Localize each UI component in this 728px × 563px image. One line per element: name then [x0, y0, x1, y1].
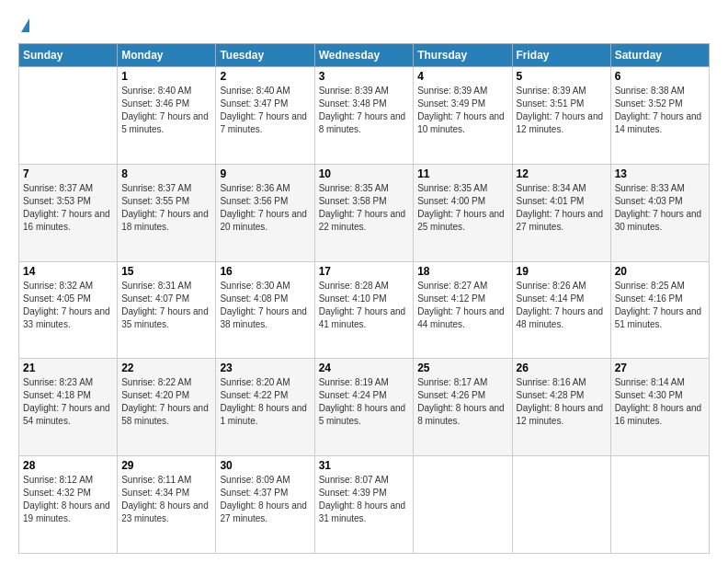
day-number: 18	[417, 265, 507, 278]
day-detail: Sunrise: 8:27 AM Sunset: 4:12 PM Dayligh…	[417, 280, 507, 331]
calendar-cell: 5Sunrise: 8:39 AM Sunset: 3:51 PM Daylig…	[512, 67, 610, 165]
weekday-header-monday: Monday	[118, 44, 216, 67]
day-detail: Sunrise: 8:19 AM Sunset: 4:24 PM Dayligh…	[319, 376, 410, 428]
calendar-cell: 24Sunrise: 8:19 AM Sunset: 4:24 PM Dayli…	[314, 359, 414, 456]
calendar-cell: 10Sunrise: 8:35 AM Sunset: 3:58 PM Dayli…	[314, 164, 414, 261]
day-number: 1	[121, 70, 211, 83]
calendar-cell: 16Sunrise: 8:30 AM Sunset: 4:08 PM Dayli…	[216, 261, 314, 359]
day-detail: Sunrise: 8:39 AM Sunset: 3:48 PM Dayligh…	[319, 85, 410, 136]
weekday-header-sunday: Sunday	[19, 44, 118, 67]
day-number: 28	[23, 459, 113, 472]
calendar-cell: 8Sunrise: 8:37 AM Sunset: 3:55 PM Daylig…	[118, 164, 216, 261]
calendar-cell: 12Sunrise: 8:34 AM Sunset: 4:01 PM Dayli…	[512, 164, 610, 261]
calendar-cell: 6Sunrise: 8:38 AM Sunset: 3:52 PM Daylig…	[610, 67, 709, 165]
day-detail: Sunrise: 8:36 AM Sunset: 3:56 PM Dayligh…	[220, 182, 310, 234]
calendar-cell: 26Sunrise: 8:16 AM Sunset: 4:28 PM Dayli…	[512, 359, 610, 456]
day-number: 4	[417, 70, 507, 83]
calendar-cell	[610, 456, 709, 554]
day-number: 21	[23, 362, 113, 374]
day-number: 27	[615, 362, 705, 374]
day-detail: Sunrise: 8:16 AM Sunset: 4:28 PM Dayligh…	[517, 376, 607, 428]
day-number: 3	[319, 70, 410, 83]
calendar-cell: 29Sunrise: 8:11 AM Sunset: 4:34 PM Dayli…	[118, 456, 216, 554]
weekday-header-tuesday: Tuesday	[216, 44, 314, 67]
calendar-cell: 2Sunrise: 8:40 AM Sunset: 3:47 PM Daylig…	[216, 67, 314, 165]
calendar-cell: 20Sunrise: 8:25 AM Sunset: 4:16 PM Dayli…	[610, 261, 709, 359]
week-row-5: 28Sunrise: 8:12 AM Sunset: 4:32 PM Dayli…	[19, 456, 710, 554]
day-detail: Sunrise: 8:30 AM Sunset: 4:08 PM Dayligh…	[220, 280, 310, 331]
day-number: 30	[220, 459, 310, 472]
day-detail: Sunrise: 8:39 AM Sunset: 3:49 PM Dayligh…	[417, 85, 507, 136]
calendar-cell: 14Sunrise: 8:32 AM Sunset: 4:05 PM Dayli…	[19, 261, 118, 359]
calendar-cell: 1Sunrise: 8:40 AM Sunset: 3:46 PM Daylig…	[118, 67, 216, 165]
day-detail: Sunrise: 8:32 AM Sunset: 4:05 PM Dayligh…	[23, 280, 113, 331]
week-row-1: 1Sunrise: 8:40 AM Sunset: 3:46 PM Daylig…	[19, 67, 710, 165]
day-detail: Sunrise: 8:28 AM Sunset: 4:10 PM Dayligh…	[319, 280, 410, 331]
day-number: 26	[517, 362, 607, 374]
day-detail: Sunrise: 8:40 AM Sunset: 3:47 PM Dayligh…	[220, 85, 310, 136]
logo	[18, 18, 29, 32]
day-number: 9	[220, 167, 310, 180]
calendar-cell: 18Sunrise: 8:27 AM Sunset: 4:12 PM Dayli…	[414, 261, 512, 359]
day-detail: Sunrise: 8:17 AM Sunset: 4:26 PM Dayligh…	[417, 376, 507, 428]
day-number: 20	[615, 265, 705, 278]
day-number: 19	[517, 265, 607, 278]
logo-triangle-icon	[21, 18, 29, 32]
calendar-cell: 30Sunrise: 8:09 AM Sunset: 4:37 PM Dayli…	[216, 456, 314, 554]
day-detail: Sunrise: 8:25 AM Sunset: 4:16 PM Dayligh…	[615, 280, 705, 331]
calendar-cell: 7Sunrise: 8:37 AM Sunset: 3:53 PM Daylig…	[19, 164, 118, 261]
day-number: 13	[615, 167, 705, 180]
calendar-cell: 9Sunrise: 8:36 AM Sunset: 3:56 PM Daylig…	[216, 164, 314, 261]
weekday-header-saturday: Saturday	[610, 44, 709, 67]
day-detail: Sunrise: 8:09 AM Sunset: 4:37 PM Dayligh…	[220, 474, 310, 525]
day-detail: Sunrise: 8:12 AM Sunset: 4:32 PM Dayligh…	[23, 474, 113, 525]
day-number: 10	[319, 167, 410, 180]
day-number: 17	[319, 265, 410, 278]
day-detail: Sunrise: 8:34 AM Sunset: 4:01 PM Dayligh…	[517, 182, 607, 234]
day-number: 11	[417, 167, 507, 180]
week-row-2: 7Sunrise: 8:37 AM Sunset: 3:53 PM Daylig…	[19, 164, 710, 261]
day-number: 16	[220, 265, 310, 278]
calendar-cell: 4Sunrise: 8:39 AM Sunset: 3:49 PM Daylig…	[414, 67, 512, 165]
day-detail: Sunrise: 8:33 AM Sunset: 4:03 PM Dayligh…	[615, 182, 705, 234]
day-number: 25	[417, 362, 507, 374]
weekday-header-friday: Friday	[512, 44, 610, 67]
week-row-3: 14Sunrise: 8:32 AM Sunset: 4:05 PM Dayli…	[19, 261, 710, 359]
calendar-cell: 22Sunrise: 8:22 AM Sunset: 4:20 PM Dayli…	[118, 359, 216, 456]
day-number: 23	[220, 362, 310, 374]
day-detail: Sunrise: 8:39 AM Sunset: 3:51 PM Dayligh…	[517, 85, 607, 136]
day-detail: Sunrise: 8:07 AM Sunset: 4:39 PM Dayligh…	[319, 474, 410, 525]
day-number: 15	[121, 265, 211, 278]
day-number: 6	[615, 70, 705, 83]
calendar-cell: 11Sunrise: 8:35 AM Sunset: 4:00 PM Dayli…	[414, 164, 512, 261]
day-detail: Sunrise: 8:11 AM Sunset: 4:34 PM Dayligh…	[121, 474, 211, 525]
calendar-cell: 13Sunrise: 8:33 AM Sunset: 4:03 PM Dayli…	[610, 164, 709, 261]
calendar-cell: 23Sunrise: 8:20 AM Sunset: 4:22 PM Dayli…	[216, 359, 314, 456]
day-detail: Sunrise: 8:35 AM Sunset: 4:00 PM Dayligh…	[417, 182, 507, 234]
calendar-cell: 19Sunrise: 8:26 AM Sunset: 4:14 PM Dayli…	[512, 261, 610, 359]
day-detail: Sunrise: 8:37 AM Sunset: 3:53 PM Dayligh…	[23, 182, 113, 234]
calendar-cell: 27Sunrise: 8:14 AM Sunset: 4:30 PM Dayli…	[610, 359, 709, 456]
weekday-header-thursday: Thursday	[414, 44, 512, 67]
header	[18, 18, 710, 32]
calendar-cell: 21Sunrise: 8:23 AM Sunset: 4:18 PM Dayli…	[19, 359, 118, 456]
calendar-cell: 15Sunrise: 8:31 AM Sunset: 4:07 PM Dayli…	[118, 261, 216, 359]
page: SundayMondayTuesdayWednesdayThursdayFrid…	[0, 0, 728, 563]
calendar-cell: 17Sunrise: 8:28 AM Sunset: 4:10 PM Dayli…	[314, 261, 414, 359]
day-detail: Sunrise: 8:20 AM Sunset: 4:22 PM Dayligh…	[220, 376, 310, 428]
calendar-cell	[414, 456, 512, 554]
weekday-header-wednesday: Wednesday	[314, 44, 414, 67]
day-number: 14	[23, 265, 113, 278]
day-number: 31	[319, 459, 410, 472]
day-detail: Sunrise: 8:38 AM Sunset: 3:52 PM Dayligh…	[615, 85, 705, 136]
day-number: 2	[220, 70, 310, 83]
day-number: 24	[319, 362, 410, 374]
day-detail: Sunrise: 8:23 AM Sunset: 4:18 PM Dayligh…	[23, 376, 113, 428]
week-row-4: 21Sunrise: 8:23 AM Sunset: 4:18 PM Dayli…	[19, 359, 710, 456]
weekday-header-row: SundayMondayTuesdayWednesdayThursdayFrid…	[19, 44, 710, 67]
day-number: 8	[121, 167, 211, 180]
calendar-cell: 3Sunrise: 8:39 AM Sunset: 3:48 PM Daylig…	[314, 67, 414, 165]
day-detail: Sunrise: 8:22 AM Sunset: 4:20 PM Dayligh…	[121, 376, 211, 428]
day-number: 12	[517, 167, 607, 180]
day-detail: Sunrise: 8:14 AM Sunset: 4:30 PM Dayligh…	[615, 376, 705, 428]
